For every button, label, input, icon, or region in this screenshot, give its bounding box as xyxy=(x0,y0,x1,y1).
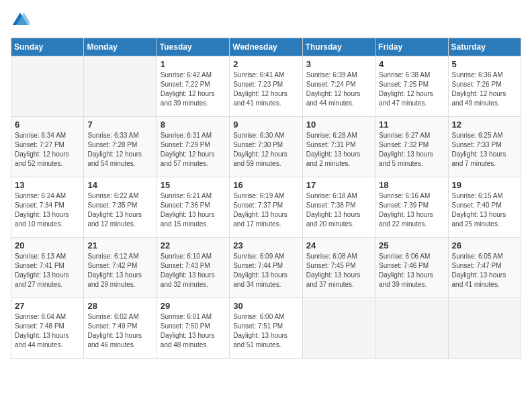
day-info: Sunrise: 6:16 AM Sunset: 7:39 PM Dayligh… xyxy=(379,191,444,229)
calendar-cell: 10Sunrise: 6:28 AM Sunset: 7:31 PM Dayli… xyxy=(302,117,375,177)
col-header-friday: Friday xyxy=(375,38,448,56)
day-info: Sunrise: 6:27 AM Sunset: 7:32 PM Dayligh… xyxy=(379,131,444,169)
calendar-cell: 19Sunrise: 6:15 AM Sunset: 7:40 PM Dayli… xyxy=(448,177,521,238)
day-info: Sunrise: 6:21 AM Sunset: 7:36 PM Dayligh… xyxy=(161,191,226,229)
calendar-cell: 7Sunrise: 6:33 AM Sunset: 7:28 PM Daylig… xyxy=(84,117,157,177)
day-info: Sunrise: 6:39 AM Sunset: 7:24 PM Dayligh… xyxy=(306,71,371,108)
calendar-cell: 6Sunrise: 6:34 AM Sunset: 7:27 PM Daylig… xyxy=(11,117,84,177)
day-info: Sunrise: 6:38 AM Sunset: 7:25 PM Dayligh… xyxy=(379,71,444,108)
day-number: 22 xyxy=(161,240,226,250)
day-info: Sunrise: 6:42 AM Sunset: 7:22 PM Dayligh… xyxy=(161,71,226,108)
calendar-week-1: 1Sunrise: 6:42 AM Sunset: 7:22 PM Daylig… xyxy=(11,56,521,117)
col-header-monday: Monday xyxy=(84,38,157,56)
day-number: 13 xyxy=(15,180,80,190)
calendar-cell: 17Sunrise: 6:18 AM Sunset: 7:38 PM Dayli… xyxy=(302,177,375,238)
day-info: Sunrise: 6:01 AM Sunset: 7:50 PM Dayligh… xyxy=(161,312,226,350)
day-info: Sunrise: 6:15 AM Sunset: 7:40 PM Dayligh… xyxy=(452,191,517,229)
day-info: Sunrise: 6:19 AM Sunset: 7:37 PM Dayligh… xyxy=(233,191,298,229)
calendar-cell: 26Sunrise: 6:05 AM Sunset: 7:47 PM Dayli… xyxy=(448,238,521,298)
calendar-cell: 22Sunrise: 6:10 AM Sunset: 7:43 PM Dayli… xyxy=(157,238,229,298)
calendar-cell: 2Sunrise: 6:41 AM Sunset: 7:23 PM Daylig… xyxy=(230,56,302,117)
day-info: Sunrise: 6:08 AM Sunset: 7:45 PM Dayligh… xyxy=(306,252,371,289)
day-number: 30 xyxy=(233,301,298,311)
calendar-week-5: 27Sunrise: 6:04 AM Sunset: 7:48 PM Dayli… xyxy=(11,298,521,359)
day-info: Sunrise: 6:04 AM Sunset: 7:48 PM Dayligh… xyxy=(15,312,80,350)
day-info: Sunrise: 6:18 AM Sunset: 7:38 PM Dayligh… xyxy=(306,191,371,229)
day-number: 5 xyxy=(452,59,517,69)
logo xyxy=(11,11,32,30)
day-info: Sunrise: 6:30 AM Sunset: 7:30 PM Dayligh… xyxy=(233,131,298,169)
day-number: 11 xyxy=(379,120,444,130)
calendar-cell xyxy=(11,56,84,117)
day-number: 2 xyxy=(233,59,298,69)
calendar-cell: 27Sunrise: 6:04 AM Sunset: 7:48 PM Dayli… xyxy=(11,298,84,359)
calendar-cell: 1Sunrise: 6:42 AM Sunset: 7:22 PM Daylig… xyxy=(157,56,229,117)
calendar-week-4: 20Sunrise: 6:13 AM Sunset: 7:41 PM Dayli… xyxy=(11,238,521,298)
calendar-cell: 28Sunrise: 6:02 AM Sunset: 7:49 PM Dayli… xyxy=(84,298,157,359)
day-info: Sunrise: 6:13 AM Sunset: 7:41 PM Dayligh… xyxy=(15,252,80,289)
calendar-week-2: 6Sunrise: 6:34 AM Sunset: 7:27 PM Daylig… xyxy=(11,117,521,177)
day-number: 28 xyxy=(87,301,152,311)
calendar-cell: 8Sunrise: 6:31 AM Sunset: 7:29 PM Daylig… xyxy=(157,117,229,177)
col-header-sunday: Sunday xyxy=(11,38,84,56)
calendar-cell: 24Sunrise: 6:08 AM Sunset: 7:45 PM Dayli… xyxy=(302,238,375,298)
calendar-cell: 9Sunrise: 6:30 AM Sunset: 7:30 PM Daylig… xyxy=(230,117,302,177)
calendar-cell: 13Sunrise: 6:24 AM Sunset: 7:34 PM Dayli… xyxy=(11,177,84,238)
day-number: 24 xyxy=(306,240,371,250)
day-number: 26 xyxy=(452,240,517,250)
day-number: 4 xyxy=(379,59,444,69)
calendar-cell: 20Sunrise: 6:13 AM Sunset: 7:41 PM Dayli… xyxy=(11,238,84,298)
day-number: 23 xyxy=(233,240,298,250)
calendar-cell: 21Sunrise: 6:12 AM Sunset: 7:42 PM Dayli… xyxy=(84,238,157,298)
calendar-cell: 15Sunrise: 6:21 AM Sunset: 7:36 PM Dayli… xyxy=(157,177,229,238)
day-number: 29 xyxy=(161,301,226,311)
day-number: 9 xyxy=(233,120,298,130)
day-number: 18 xyxy=(379,180,444,190)
day-info: Sunrise: 6:31 AM Sunset: 7:29 PM Dayligh… xyxy=(161,131,226,169)
day-info: Sunrise: 6:28 AM Sunset: 7:31 PM Dayligh… xyxy=(306,131,371,169)
day-number: 12 xyxy=(452,120,517,130)
page-header xyxy=(11,11,521,30)
calendar-cell: 18Sunrise: 6:16 AM Sunset: 7:39 PM Dayli… xyxy=(375,177,448,238)
day-number: 21 xyxy=(87,240,152,250)
logo-icon xyxy=(11,11,30,30)
day-number: 19 xyxy=(452,180,517,190)
calendar-cell: 5Sunrise: 6:36 AM Sunset: 7:26 PM Daylig… xyxy=(448,56,521,117)
day-info: Sunrise: 6:02 AM Sunset: 7:49 PM Dayligh… xyxy=(87,312,152,350)
calendar-cell: 16Sunrise: 6:19 AM Sunset: 7:37 PM Dayli… xyxy=(230,177,302,238)
calendar-cell xyxy=(302,298,375,359)
calendar-table: SundayMondayTuesdayWednesdayThursdayFrid… xyxy=(11,38,521,359)
day-number: 8 xyxy=(161,120,226,130)
day-number: 10 xyxy=(306,120,371,130)
day-info: Sunrise: 6:24 AM Sunset: 7:34 PM Dayligh… xyxy=(15,191,80,229)
day-number: 25 xyxy=(379,240,444,250)
calendar-cell: 23Sunrise: 6:09 AM Sunset: 7:44 PM Dayli… xyxy=(230,238,302,298)
calendar-cell: 11Sunrise: 6:27 AM Sunset: 7:32 PM Dayli… xyxy=(375,117,448,177)
day-info: Sunrise: 6:09 AM Sunset: 7:44 PM Dayligh… xyxy=(233,252,298,289)
calendar-cell xyxy=(448,298,521,359)
calendar-header-row: SundayMondayTuesdayWednesdayThursdayFrid… xyxy=(11,38,521,56)
day-info: Sunrise: 6:25 AM Sunset: 7:33 PM Dayligh… xyxy=(452,131,517,169)
calendar-cell: 4Sunrise: 6:38 AM Sunset: 7:25 PM Daylig… xyxy=(375,56,448,117)
day-number: 7 xyxy=(87,120,152,130)
day-number: 14 xyxy=(87,180,152,190)
day-number: 17 xyxy=(306,180,371,190)
day-info: Sunrise: 6:34 AM Sunset: 7:27 PM Dayligh… xyxy=(15,131,80,169)
day-number: 3 xyxy=(306,59,371,69)
calendar-cell: 14Sunrise: 6:22 AM Sunset: 7:35 PM Dayli… xyxy=(84,177,157,238)
day-number: 20 xyxy=(15,240,80,250)
col-header-wednesday: Wednesday xyxy=(230,38,302,56)
day-number: 16 xyxy=(233,180,298,190)
calendar-cell: 25Sunrise: 6:06 AM Sunset: 7:46 PM Dayli… xyxy=(375,238,448,298)
day-number: 6 xyxy=(15,120,80,130)
day-number: 1 xyxy=(161,59,226,69)
day-number: 27 xyxy=(15,301,80,311)
col-header-thursday: Thursday xyxy=(302,38,375,56)
day-info: Sunrise: 6:33 AM Sunset: 7:28 PM Dayligh… xyxy=(87,131,152,169)
calendar-cell: 29Sunrise: 6:01 AM Sunset: 7:50 PM Dayli… xyxy=(157,298,229,359)
calendar-cell: 30Sunrise: 6:00 AM Sunset: 7:51 PM Dayli… xyxy=(230,298,302,359)
col-header-tuesday: Tuesday xyxy=(157,38,229,56)
day-info: Sunrise: 6:00 AM Sunset: 7:51 PM Dayligh… xyxy=(233,312,298,350)
day-number: 15 xyxy=(161,180,226,190)
day-info: Sunrise: 6:05 AM Sunset: 7:47 PM Dayligh… xyxy=(452,252,517,289)
